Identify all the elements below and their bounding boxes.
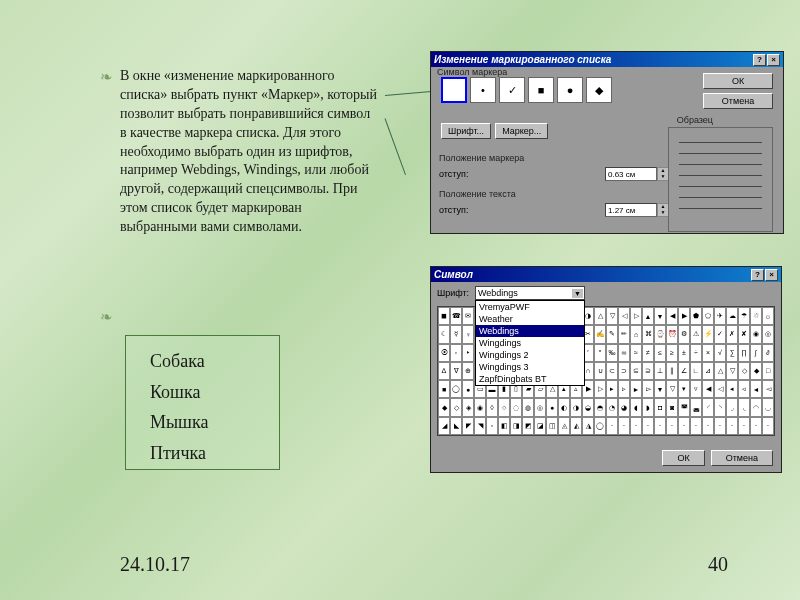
symbol-cell[interactable]: ☁ [726,307,738,325]
symbol-cell[interactable]: · [630,417,642,435]
font-select[interactable]: Webdings [475,286,585,300]
symbol-cell[interactable]: ◛ [690,398,702,416]
indent-input[interactable]: 0.63 см [605,167,657,181]
symbol-cell[interactable]: ◕ [618,398,630,416]
symbol-cell[interactable]: ◝ [714,398,726,416]
symbol-cell[interactable]: ◡ [762,398,774,416]
symbol-cell[interactable]: ⚡ [702,325,714,343]
symbol-cell[interactable]: ▼ [654,380,666,398]
symbol-cell[interactable]: ◚ [678,398,690,416]
symbol-cell[interactable]: ▹ [618,380,630,398]
symbol-cell[interactable]: ◖ [630,398,642,416]
symbol-cell[interactable]: ⌚ [654,325,666,343]
symbol-cell[interactable]: ◇ [738,362,750,380]
symbol-cell[interactable]: · [726,417,738,435]
marker-option[interactable]: ✓ [499,77,525,103]
symbol-cell[interactable]: ► [630,380,642,398]
symbol-cell[interactable]: · [762,417,774,435]
symbol-cell[interactable]: ◀ [666,307,678,325]
symbol-cell[interactable]: ◀ [702,380,714,398]
symbol-cell[interactable]: ◞ [726,398,738,416]
symbol-cell[interactable]: ◉ [750,325,762,343]
symbol-cell[interactable]: · [678,417,690,435]
symbol-cell[interactable]: ◯ [450,380,462,398]
symbol-cell[interactable]: ⊃ [618,362,630,380]
symbol-cell[interactable]: ◩ [522,417,534,435]
symbol-cell[interactable]: ‰ [606,344,618,362]
marker-option[interactable]: • [470,77,496,103]
symbol-cell[interactable]: ▲ [642,307,654,325]
ok-button[interactable]: ОК [662,450,704,466]
symbol-cell[interactable]: ◣ [450,417,462,435]
symbol-cell[interactable]: √ [714,344,726,362]
symbol-cell[interactable]: ☎ [450,307,462,325]
symbol-cell[interactable]: ◎ [762,325,774,343]
symbol-cell[interactable]: · [618,417,630,435]
symbol-cell[interactable]: ⊥ [654,362,666,380]
symbol-cell[interactable]: ● [546,398,558,416]
symbol-cell[interactable]: ✘ [738,325,750,343]
marker-option[interactable] [441,77,467,103]
font-option[interactable]: Wingdings [476,337,584,349]
symbol-cell[interactable]: × [702,344,714,362]
symbol-cell[interactable]: ◌ [510,398,522,416]
close-button[interactable]: × [767,54,780,66]
symbol-cell[interactable]: ◆ [750,362,762,380]
symbol-cell[interactable]: ⏰ [666,325,678,343]
symbol-cell[interactable]: ◔ [606,398,618,416]
indent-input[interactable]: 1.27 см [605,203,657,217]
symbol-cell[interactable]: ◄ [750,380,762,398]
symbol-cell[interactable]: ≥ [666,344,678,362]
symbol-cell[interactable]: ☾ [438,325,450,343]
symbol-cell[interactable]: ⊂ [606,362,618,380]
symbol-cell[interactable]: ⌂ [630,325,642,343]
symbol-cell[interactable]: ▼ [654,307,666,325]
symbol-cell[interactable]: ‣ [462,344,474,362]
symbol-cell[interactable]: ⦿ [438,344,450,362]
symbol-cell[interactable]: ⬟ [690,307,702,325]
font-button[interactable]: Шрифт... [441,123,491,139]
font-option[interactable]: VremyaPWF [476,301,584,313]
symbol-cell[interactable]: ▽ [666,380,678,398]
symbol-cell[interactable]: ✏ [618,325,630,343]
symbol-cell[interactable]: ∏ [738,344,750,362]
symbol-cell[interactable]: ◧ [498,417,510,435]
marker-button[interactable]: Маркер... [495,123,548,139]
symbol-cell[interactable]: ◦ [450,344,462,362]
symbol-cell[interactable]: ∆ [438,362,450,380]
symbol-cell[interactable]: ◥ [474,417,486,435]
font-option[interactable]: Wingdings 3 [476,361,584,373]
symbol-cell[interactable]: · [654,417,666,435]
symbol-cell[interactable]: ∑ [726,344,738,362]
symbol-cell[interactable]: · [642,417,654,435]
symbol-cell[interactable]: ◮ [582,417,594,435]
symbol-cell[interactable]: ☼ [762,307,774,325]
symbol-cell[interactable]: ◉ [474,398,486,416]
symbol-cell[interactable]: · [714,417,726,435]
symbol-cell[interactable]: □ [762,362,774,380]
symbol-cell[interactable]: ◅ [762,380,774,398]
symbol-cell[interactable]: ◎ [534,398,546,416]
symbol-cell[interactable]: ÷ [690,344,702,362]
marker-option[interactable]: ◆ [586,77,612,103]
symbol-cell[interactable]: ◒ [582,398,594,416]
symbol-cell[interactable]: ▿ [690,380,702,398]
symbol-cell[interactable]: ◠ [750,398,762,416]
symbol-cell[interactable]: ◟ [738,398,750,416]
font-option[interactable]: Webdings [476,325,584,337]
symbol-cell[interactable]: ∪ [594,362,606,380]
symbol-cell[interactable]: ∠ [678,362,690,380]
symbol-cell[interactable]: ▾ [678,380,690,398]
symbol-cell[interactable]: ✍ [594,325,606,343]
ok-button[interactable]: ОК [703,73,773,89]
marker-option[interactable]: ■ [528,77,554,103]
symbol-cell[interactable]: ◁ [714,380,726,398]
symbol-cell[interactable]: ▷ [594,380,606,398]
symbol-cell[interactable]: ☿ [450,325,462,343]
symbol-cell[interactable]: ♀ [462,325,474,343]
symbol-cell[interactable]: ◢ [438,417,450,435]
symbol-cell[interactable]: ⊇ [642,362,654,380]
cancel-button[interactable]: Отмена [703,93,773,109]
symbol-cell[interactable]: ∫ [750,344,762,362]
symbol-cell[interactable]: ◪ [534,417,546,435]
